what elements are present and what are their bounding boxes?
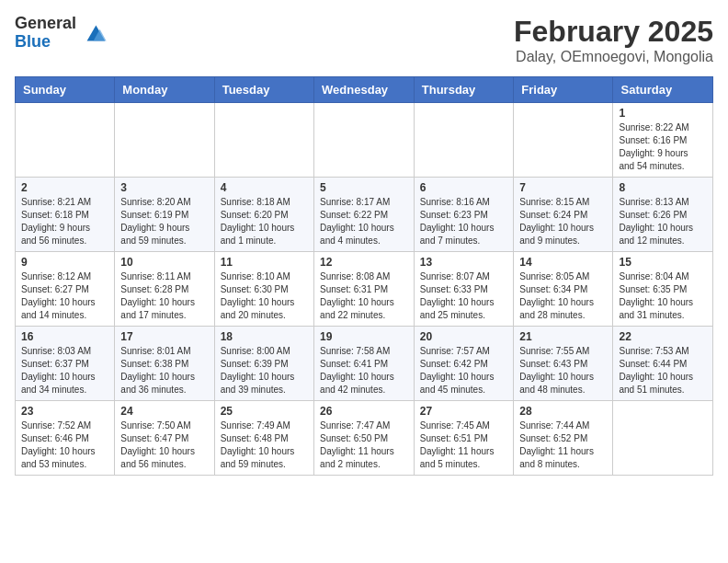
page-header: General Blue February 2025 Dalay, OEmnoe…	[15, 15, 713, 65]
day-number: 16	[21, 330, 108, 343]
calendar-cell	[514, 103, 613, 178]
calendar-cell: 27Sunrise: 7:45 AM Sunset: 6:51 PM Dayli…	[414, 401, 514, 476]
day-number: 20	[420, 330, 508, 343]
weekday-header-wednesday: Wednesday	[314, 77, 415, 103]
calendar-cell: 5Sunrise: 8:17 AM Sunset: 6:22 PM Daylig…	[314, 178, 415, 252]
day-info: Sunrise: 8:04 AM Sunset: 6:35 PM Dayligh…	[619, 270, 707, 322]
day-number: 23	[21, 405, 108, 418]
calendar-cell: 14Sunrise: 8:05 AM Sunset: 6:34 PM Dayli…	[514, 252, 613, 327]
calendar-cell: 17Sunrise: 8:01 AM Sunset: 6:38 PM Dayli…	[115, 327, 214, 401]
day-info: Sunrise: 8:16 AM Sunset: 6:23 PM Dayligh…	[420, 196, 508, 247]
day-info: Sunrise: 8:22 AM Sunset: 6:16 PM Dayligh…	[619, 121, 707, 173]
calendar-cell: 7Sunrise: 8:15 AM Sunset: 6:24 PM Daylig…	[514, 178, 613, 252]
week-row-2: 2Sunrise: 8:21 AM Sunset: 6:18 PM Daylig…	[16, 178, 713, 252]
day-info: Sunrise: 7:49 AM Sunset: 6:48 PM Dayligh…	[221, 419, 308, 471]
calendar-title: February 2025	[514, 15, 713, 49]
calendar-cell	[613, 401, 713, 476]
calendar-subtitle: Dalay, OEmnoegovi, Mongolia	[514, 49, 713, 65]
logo-blue: Blue	[15, 32, 51, 51]
calendar-cell: 15Sunrise: 8:04 AM Sunset: 6:35 PM Dayli…	[613, 252, 713, 327]
day-info: Sunrise: 8:13 AM Sunset: 6:26 PM Dayligh…	[619, 196, 707, 247]
logo-icon	[82, 20, 108, 46]
day-number: 26	[320, 405, 408, 418]
calendar-cell: 3Sunrise: 8:20 AM Sunset: 6:19 PM Daylig…	[115, 178, 214, 252]
calendar-cell	[314, 103, 415, 178]
week-row-5: 23Sunrise: 7:52 AM Sunset: 6:46 PM Dayli…	[16, 401, 713, 476]
calendar-cell: 11Sunrise: 8:10 AM Sunset: 6:30 PM Dayli…	[214, 252, 313, 327]
day-info: Sunrise: 7:57 AM Sunset: 6:42 PM Dayligh…	[420, 345, 508, 396]
day-number: 19	[320, 330, 408, 343]
day-info: Sunrise: 8:00 AM Sunset: 6:39 PM Dayligh…	[221, 345, 308, 396]
day-info: Sunrise: 8:05 AM Sunset: 6:34 PM Dayligh…	[519, 270, 607, 322]
week-row-3: 9Sunrise: 8:12 AM Sunset: 6:27 PM Daylig…	[16, 252, 713, 327]
day-info: Sunrise: 8:15 AM Sunset: 6:24 PM Dayligh…	[519, 196, 607, 247]
calendar-cell: 20Sunrise: 7:57 AM Sunset: 6:42 PM Dayli…	[414, 327, 514, 401]
day-info: Sunrise: 7:53 AM Sunset: 6:44 PM Dayligh…	[619, 345, 707, 396]
day-info: Sunrise: 7:47 AM Sunset: 6:50 PM Dayligh…	[320, 419, 408, 471]
calendar-cell: 8Sunrise: 8:13 AM Sunset: 6:26 PM Daylig…	[613, 178, 713, 252]
weekday-header-row: SundayMondayTuesdayWednesdayThursdayFrid…	[16, 77, 713, 103]
day-number: 7	[519, 181, 607, 194]
calendar-cell: 12Sunrise: 8:08 AM Sunset: 6:31 PM Dayli…	[314, 252, 415, 327]
day-info: Sunrise: 8:18 AM Sunset: 6:20 PM Dayligh…	[221, 196, 308, 247]
day-info: Sunrise: 7:58 AM Sunset: 6:41 PM Dayligh…	[320, 345, 408, 396]
logo: General Blue	[15, 15, 108, 52]
day-info: Sunrise: 8:21 AM Sunset: 6:18 PM Dayligh…	[21, 196, 108, 247]
day-number: 17	[120, 330, 208, 343]
day-number: 12	[320, 256, 408, 269]
day-number: 4	[221, 181, 308, 194]
calendar-table: SundayMondayTuesdayWednesdayThursdayFrid…	[15, 76, 713, 476]
calendar-cell	[414, 103, 514, 178]
weekday-header-sunday: Sunday	[16, 77, 115, 103]
day-number: 2	[21, 181, 108, 194]
day-number: 13	[420, 256, 508, 269]
title-block: February 2025 Dalay, OEmnoegovi, Mongoli…	[514, 15, 713, 65]
day-number: 6	[420, 181, 508, 194]
week-row-1: 1Sunrise: 8:22 AM Sunset: 6:16 PM Daylig…	[16, 103, 713, 178]
calendar-cell: 16Sunrise: 8:03 AM Sunset: 6:37 PM Dayli…	[16, 327, 115, 401]
day-info: Sunrise: 7:45 AM Sunset: 6:51 PM Dayligh…	[420, 419, 508, 471]
day-number: 27	[420, 405, 508, 418]
day-number: 18	[221, 330, 308, 343]
day-info: Sunrise: 7:52 AM Sunset: 6:46 PM Dayligh…	[21, 419, 108, 471]
calendar-cell	[214, 103, 313, 178]
calendar-cell: 10Sunrise: 8:11 AM Sunset: 6:28 PM Dayli…	[115, 252, 214, 327]
day-number: 15	[619, 256, 707, 269]
day-number: 1	[619, 107, 707, 120]
calendar-cell: 22Sunrise: 7:53 AM Sunset: 6:44 PM Dayli…	[613, 327, 713, 401]
calendar-cell: 28Sunrise: 7:44 AM Sunset: 6:52 PM Dayli…	[514, 401, 613, 476]
calendar-cell: 18Sunrise: 8:00 AM Sunset: 6:39 PM Dayli…	[214, 327, 313, 401]
day-number: 25	[221, 405, 308, 418]
calendar-cell: 19Sunrise: 7:58 AM Sunset: 6:41 PM Dayli…	[314, 327, 415, 401]
day-number: 9	[21, 256, 108, 269]
calendar-cell: 24Sunrise: 7:50 AM Sunset: 6:47 PM Dayli…	[115, 401, 214, 476]
calendar-cell: 25Sunrise: 7:49 AM Sunset: 6:48 PM Dayli…	[214, 401, 313, 476]
logo-general: General	[15, 14, 76, 32]
weekday-header-tuesday: Tuesday	[214, 77, 313, 103]
calendar-cell	[16, 103, 115, 178]
calendar-cell: 21Sunrise: 7:55 AM Sunset: 6:43 PM Dayli…	[514, 327, 613, 401]
calendar-cell: 26Sunrise: 7:47 AM Sunset: 6:50 PM Dayli…	[314, 401, 415, 476]
weekday-header-monday: Monday	[115, 77, 214, 103]
day-info: Sunrise: 8:12 AM Sunset: 6:27 PM Dayligh…	[21, 270, 108, 322]
weekday-header-thursday: Thursday	[414, 77, 514, 103]
day-info: Sunrise: 8:10 AM Sunset: 6:30 PM Dayligh…	[221, 270, 308, 322]
day-info: Sunrise: 8:01 AM Sunset: 6:38 PM Dayligh…	[120, 345, 208, 396]
day-number: 8	[619, 181, 707, 194]
day-info: Sunrise: 7:50 AM Sunset: 6:47 PM Dayligh…	[120, 419, 208, 471]
calendar-cell: 13Sunrise: 8:07 AM Sunset: 6:33 PM Dayli…	[414, 252, 514, 327]
day-info: Sunrise: 8:20 AM Sunset: 6:19 PM Dayligh…	[120, 196, 208, 247]
day-info: Sunrise: 8:07 AM Sunset: 6:33 PM Dayligh…	[420, 270, 508, 322]
day-number: 21	[519, 330, 607, 343]
week-row-4: 16Sunrise: 8:03 AM Sunset: 6:37 PM Dayli…	[16, 327, 713, 401]
calendar-cell: 9Sunrise: 8:12 AM Sunset: 6:27 PM Daylig…	[16, 252, 115, 327]
day-info: Sunrise: 8:17 AM Sunset: 6:22 PM Dayligh…	[320, 196, 408, 247]
calendar-cell: 6Sunrise: 8:16 AM Sunset: 6:23 PM Daylig…	[414, 178, 514, 252]
day-number: 28	[519, 405, 607, 418]
day-info: Sunrise: 7:44 AM Sunset: 6:52 PM Dayligh…	[519, 419, 607, 471]
day-number: 24	[120, 405, 208, 418]
day-number: 22	[619, 330, 707, 343]
day-number: 5	[320, 181, 408, 194]
calendar-cell: 2Sunrise: 8:21 AM Sunset: 6:18 PM Daylig…	[16, 178, 115, 252]
day-info: Sunrise: 8:03 AM Sunset: 6:37 PM Dayligh…	[21, 345, 108, 396]
